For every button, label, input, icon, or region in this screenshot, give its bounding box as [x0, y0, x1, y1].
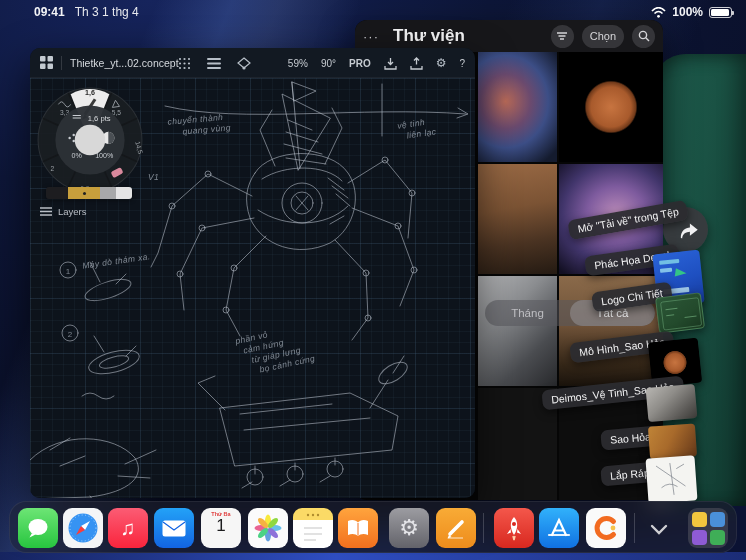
app-library-mini-purple [692, 530, 707, 545]
precision-grid-button[interactable] [178, 57, 191, 70]
lasso-icon [237, 57, 251, 70]
pen-icon [443, 515, 469, 541]
segment-months[interactable]: Tháng [485, 300, 570, 326]
books-open-book-icon [346, 518, 370, 538]
app-library-mini-yellow [692, 512, 707, 527]
sketch-number-2: 2 [68, 330, 73, 339]
wifi-icon [651, 7, 666, 18]
mail-envelope-icon [162, 520, 186, 537]
settings-button[interactable]: ⚙ [436, 56, 447, 70]
drag-thumb-assembly-sketch[interactable] [645, 455, 697, 503]
dock-icon-messages[interactable] [18, 508, 58, 548]
battery-percent: 100% [672, 5, 703, 19]
grid-icon [40, 56, 53, 69]
dock-icon-app-library[interactable] [688, 508, 728, 548]
stacked-lines-icon [207, 58, 221, 69]
sketch-number-1: 1 [66, 267, 71, 276]
sketch-probes [60, 262, 142, 399]
dock-icon-notes[interactable] [293, 508, 333, 548]
status-bar: 09:41 Th 3 1 thg 4 100% [0, 0, 746, 24]
battery-icon [709, 7, 732, 18]
status-date: Th 3 1 thg 4 [75, 5, 139, 19]
wheel-center-button[interactable] [75, 125, 106, 156]
rocket-icon [501, 515, 527, 541]
sketch-corner-mech [30, 438, 156, 498]
drag-thumb-mars-terrain[interactable] [648, 423, 697, 459]
color-swatch-black[interactable] [46, 187, 68, 199]
color-swatch-yellow-selected[interactable] [68, 187, 100, 199]
calendar-day: 1 [201, 517, 241, 535]
projects-grid-button[interactable] [40, 56, 53, 69]
import-icon [384, 57, 397, 70]
notes-lines-icon [300, 510, 326, 546]
document-title[interactable]: Thietke_yt...02.concept [70, 57, 179, 69]
concepts-c-icon [591, 513, 621, 543]
dock-icon-books[interactable] [338, 508, 378, 548]
app-library-mini-blue [710, 512, 725, 527]
dock-icon-photos[interactable] [248, 508, 288, 548]
photo-thumbnail-mars-globe[interactable] [559, 52, 663, 162]
messages-bubble-icon [26, 517, 50, 539]
layers-icon [40, 207, 52, 216]
photo-thumbnail-mars-landscape[interactable] [478, 164, 557, 274]
app-store-a-icon [546, 515, 572, 541]
photos-flower-icon [253, 513, 283, 543]
drag-thumb-deimos-rock[interactable] [646, 384, 698, 422]
dock-divider-2 [634, 513, 635, 543]
help-button[interactable]: ? [459, 58, 465, 69]
wallpaper-bottom-glow [0, 552, 746, 560]
clock: 09:41 [34, 5, 65, 19]
import-button[interactable] [384, 57, 397, 70]
safari-compass-icon [66, 511, 100, 545]
dock-icon-music[interactable]: ♫ [108, 508, 148, 548]
photo-thumbnail-nebula[interactable] [478, 52, 557, 162]
search-button[interactable] [632, 25, 655, 48]
logo-marks [656, 293, 705, 333]
sketch-bottom-mech [198, 356, 411, 488]
svg-text:1,6: 1,6 [85, 89, 95, 97]
dock-icon-safari[interactable] [63, 508, 103, 548]
select-button[interactable]: Chọn [582, 25, 624, 48]
more-options-button[interactable]: ··· [363, 29, 379, 44]
svg-text:1,6 pts: 1,6 pts [88, 114, 111, 123]
dock-chevron-down-button[interactable] [648, 521, 670, 537]
export-icon [410, 57, 423, 70]
chevron-down-icon [650, 524, 668, 535]
filter-lines-icon [556, 31, 568, 41]
stack-button[interactable] [207, 58, 221, 69]
dock-icon-concepts[interactable] [586, 508, 626, 548]
drag-thumb-green-logo[interactable] [655, 292, 705, 333]
zoom-level[interactable]: 59% [288, 58, 308, 69]
dock-icon-rocket[interactable] [494, 508, 534, 548]
dot-grid-icon [178, 57, 191, 70]
dock-icon-calendar[interactable]: Thứ Ba 1 [201, 508, 241, 548]
tool-size-3: 2 [50, 165, 54, 172]
concepts-toolbar: Thietke_yt...02.concept [30, 48, 475, 78]
color-strip [46, 187, 132, 199]
dock-icon-sketch-pen[interactable] [436, 508, 476, 548]
app-library-mini-green [710, 530, 725, 545]
dock-icon-mail[interactable] [154, 508, 194, 548]
search-icon [638, 30, 650, 42]
color-swatch-white[interactable] [116, 187, 132, 199]
opacity-min: 0% [72, 152, 83, 160]
color-swatch-gray[interactable] [100, 187, 116, 199]
concepts-app-window: 1 2 chuyển thành quang vùng vệ tinh liên… [30, 48, 475, 498]
share-arrow-icon [673, 219, 699, 241]
dock-icon-app-store[interactable] [539, 508, 579, 548]
photo-thumbnail-satellite[interactable] [478, 276, 557, 386]
rotation-value[interactable]: 90° [321, 58, 336, 69]
opacity-max: 100% [95, 152, 114, 160]
tool-wheel[interactable]: 1,6 3,3 5,5 2 6,9 14,5 1,6 pts 0% 100% [34, 84, 146, 196]
selection-lasso-button[interactable] [237, 57, 251, 70]
annotation-v1: V1 [148, 172, 159, 183]
assembly-sketch-marks [645, 455, 697, 503]
layers-button[interactable]: Layers [34, 203, 93, 220]
export-button[interactable] [410, 57, 423, 70]
dock-icon-settings[interactable]: ⚙ [389, 508, 429, 548]
dock-divider-1 [483, 513, 484, 543]
dock: ♫ Thứ Ba 1 [9, 501, 737, 553]
filter-button[interactable] [551, 25, 574, 48]
pro-button[interactable]: PRO [349, 58, 371, 69]
photos-title: Thư viện [393, 26, 465, 46]
